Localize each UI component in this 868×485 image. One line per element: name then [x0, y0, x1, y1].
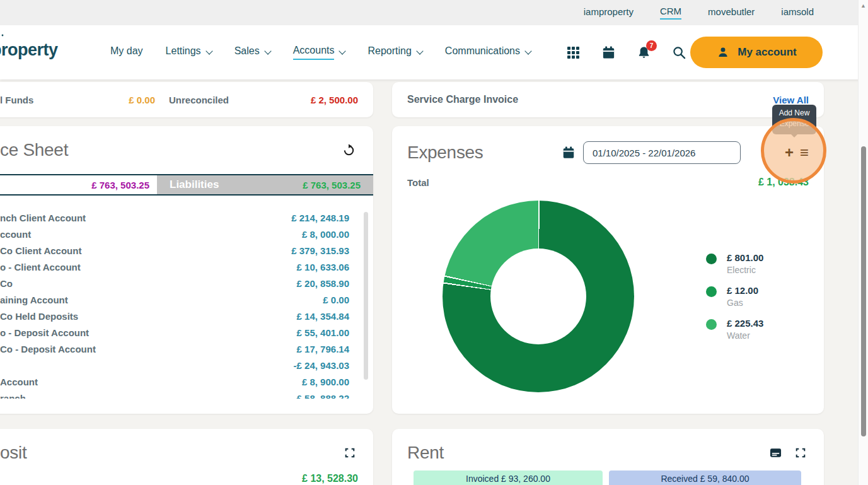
expand-icon[interactable]	[792, 445, 809, 461]
expenses-title: Expenses	[407, 143, 560, 163]
rent-card: Rent Invoiced £ 93, 260.00 Recei	[392, 429, 824, 485]
nav-item-communications[interactable]: Communications	[445, 45, 531, 59]
calendar-icon[interactable]	[600, 44, 616, 61]
expense-menu-icon[interactable]: ≡	[800, 145, 809, 160]
legend-dot	[706, 254, 717, 264]
legend-value: £ 225.43	[727, 318, 763, 329]
account-value: £ 20, 858.90	[297, 278, 358, 289]
table-row[interactable]: nch Client Account£ 214, 248.19	[0, 209, 358, 226]
expenses-donut	[443, 201, 634, 392]
my-account-label: My account	[738, 46, 797, 59]
nav-icons: 7	[565, 25, 687, 79]
nav-item-my-day[interactable]: My day	[110, 45, 143, 59]
account-value: £ 58, 888.22	[297, 393, 358, 399]
account-label: o - Deposit Account	[0, 327, 89, 338]
window-scrollbar[interactable]: ▲	[858, 0, 868, 485]
legend-value: £ 801.00	[727, 252, 763, 263]
legend-item-gas: £ 12.00 Gas	[706, 285, 763, 308]
received-pill: Received £ 59, 840.00	[609, 470, 801, 485]
list-scrollbar-thumb[interactable]	[364, 212, 368, 380]
account-value: £ 379, 315.93	[291, 245, 358, 256]
balance-sheet-card: ce Sheet £ 763, 503.25 Liabilities £ 763…	[0, 126, 373, 414]
table-row[interactable]: Co - Deposit Account£ 17, 796.14	[0, 341, 358, 357]
account-value: -£ 24, 943.03	[294, 360, 358, 371]
rent-title: Rent	[407, 443, 444, 463]
account-value: £ 55, 401.00	[297, 327, 358, 338]
table-row[interactable]: Co£ 20, 858.90	[0, 275, 358, 291]
nav-item-lettings[interactable]: Lettings	[166, 45, 212, 59]
expenses-card: Expenses + ≡ Total £ 1, 038.43	[392, 126, 824, 414]
nav-label: Reporting	[367, 45, 411, 59]
chevron-down-icon	[339, 47, 346, 54]
link-iamsold[interactable]: iamsold	[781, 6, 814, 19]
notification-badge: 7	[646, 40, 657, 51]
legend-label: Gas	[727, 298, 758, 308]
add-expense-icon[interactable]: +	[785, 145, 794, 160]
notifications-bell-icon[interactable]: 7	[635, 44, 652, 61]
nav-item-sales[interactable]: Sales	[234, 45, 270, 59]
nav-item-accounts[interactable]: Accounts	[293, 45, 345, 60]
table-row[interactable]: o - Client Account£ 10, 633.06	[0, 259, 358, 275]
funds-label: l Funds	[0, 95, 117, 105]
expenses-legend: £ 801.00 Electric £ 12.00 Gas £ 225.43 W…	[706, 252, 763, 341]
account-label: o - Client Account	[0, 262, 81, 272]
deposit-value: £ 13, 528.30	[0, 473, 358, 484]
link-iamproperty[interactable]: iamproperty	[584, 6, 634, 19]
unreconciled-label: Unreconciled	[169, 95, 229, 105]
nav-label: Sales	[234, 45, 260, 59]
account-label: aining Account	[0, 295, 68, 305]
table-row[interactable]: Account£ 8, 900.00	[0, 373, 358, 390]
account-value: £ 8, 000.00	[302, 229, 358, 240]
table-row[interactable]: o - Deposit Account£ 55, 401.00	[0, 324, 358, 341]
service-charge-title: Service Charge Invoice	[407, 94, 518, 105]
scrollbar-up-arrow[interactable]: ▲	[859, 3, 868, 9]
table-row[interactable]: aining Account£ 0.00	[0, 291, 358, 308]
funds-value: £ 0.00	[117, 95, 155, 105]
search-icon[interactable]	[671, 44, 687, 61]
account-label: Account	[0, 377, 38, 387]
legend-item-electric: £ 801.00 Electric	[706, 252, 763, 275]
payment-card-icon[interactable]	[767, 445, 784, 461]
date-range-input[interactable]	[583, 141, 741, 164]
legend-label: Electric	[727, 265, 763, 275]
expand-icon[interactable]	[342, 445, 358, 461]
logo[interactable]: property	[0, 40, 58, 60]
invoiced-pill: Invoiced £ 93, 260.00	[414, 470, 603, 485]
link-crm[interactable]: CRM	[660, 6, 681, 20]
person-icon	[716, 45, 730, 59]
tab-assets[interactable]: £ 763, 503.25	[0, 175, 157, 194]
table-row[interactable]: -£ 24, 943.03	[0, 357, 358, 373]
legend-value: £ 12.00	[727, 285, 758, 296]
liabilities-total: £ 763, 503.25	[303, 180, 361, 190]
legend-item-water: £ 225.43 Water	[706, 318, 763, 341]
link-movebutler[interactable]: movebutler	[708, 6, 755, 19]
chevron-down-icon	[205, 47, 212, 54]
legend-label: Water	[727, 330, 763, 341]
balance-sheet-tabs: £ 763, 503.25 Liabilities £ 763, 503.25	[0, 174, 373, 196]
calendar-icon[interactable]	[560, 144, 577, 161]
expense-actions: + ≡	[785, 145, 809, 160]
scrollbar-thumb[interactable]	[861, 146, 866, 436]
account-label: ranch	[0, 393, 26, 399]
refresh-icon[interactable]	[340, 142, 357, 158]
nav-menu: My day Lettings Sales Accounts Reporting…	[110, 25, 531, 79]
table-row[interactable]: ccount£ 8, 000.00	[0, 226, 358, 242]
table-row[interactable]: Co Held Deposits£ 14, 354.84	[0, 308, 358, 324]
table-row[interactable]: Co Client Account£ 379, 315.93	[0, 242, 358, 259]
nav-item-reporting[interactable]: Reporting	[367, 45, 422, 59]
account-value: £ 8, 900.00	[302, 377, 358, 387]
account-value: £ 0.00	[323, 295, 358, 305]
tab-liabilities[interactable]: Liabilities £ 763, 503.25	[157, 175, 373, 194]
account-label: Co - Deposit Account	[0, 344, 96, 354]
nav-label: Accounts	[293, 45, 335, 60]
assets-total: £ 763, 503.25	[91, 180, 149, 190]
view-all-link[interactable]: View All	[773, 95, 809, 105]
account-value: £ 14, 354.84	[297, 311, 358, 322]
account-value: £ 17, 796.14	[297, 344, 358, 354]
nav-label: Lettings	[166, 45, 201, 59]
apps-grid-icon[interactable]	[565, 44, 581, 61]
liabilities-label: Liabilities	[170, 178, 219, 191]
my-account-button[interactable]: My account	[690, 37, 823, 68]
table-row[interactable]: ranch£ 58, 888.22	[0, 390, 358, 399]
account-label: Co	[0, 278, 13, 289]
